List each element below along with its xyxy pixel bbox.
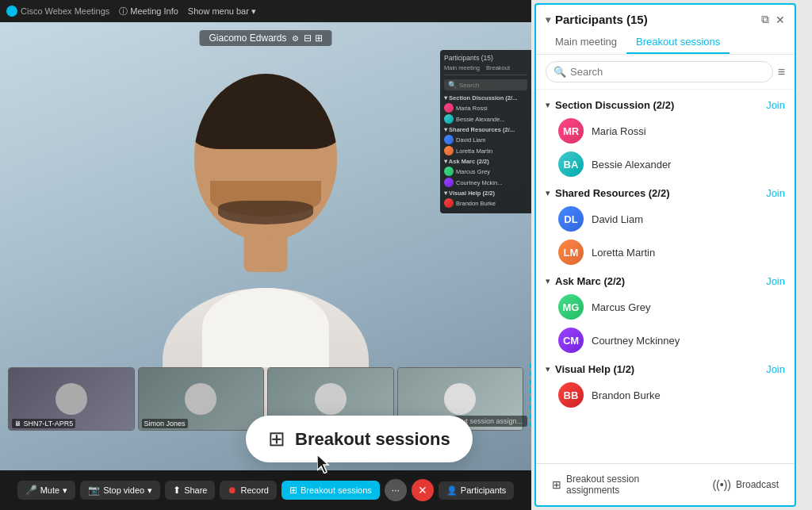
mute-button[interactable]: 🎤 Mute ▾ [17,481,75,500]
settings-icon: ⚙ [292,34,299,43]
search-input[interactable] [546,61,773,82]
panel-title-text: Participants (15) [555,13,648,26]
mini-tab-breakout[interactable]: Breakout [486,64,510,72]
panel-title: ▾ Participants (15) [546,13,648,26]
group-visual-help: ▾ Visual Help (1/2) Join [536,357,795,378]
assignments-label: Breakout session assignments [566,474,693,496]
broadcast-icon: ((•)) [712,478,731,491]
group-1-join-button[interactable]: Join [766,99,785,111]
app-logo: Cisco Webex Meetings [6,6,109,17]
participant-maria-rossi: MR Maria Rossi [536,114,795,148]
avatar-maria-rossi: MR [558,118,584,144]
record-button[interactable]: ⏺ Record [220,481,276,500]
name-bessie-alexander: Bessie Alexander [592,159,671,171]
show-menu-bar-label: Show menu bar [188,6,249,16]
mini-group-2: ▾ Shared Resources (2/... David Liam Lor… [444,126,527,155]
tab-breakout-sessions[interactable]: Breakout sessions [626,31,730,54]
more-options-button[interactable]: ··· [385,479,407,501]
stop-video-button[interactable]: 📷 Stop video ▾ [80,481,160,500]
breakout-label: Breakout sessions [301,485,372,495]
panel-tabs: Main meeting Breakout sessions [546,31,785,54]
expand-icon[interactable]: ⧉ [761,13,769,26]
group-2-join-button[interactable]: Join [766,187,785,199]
broadcast-label: Broadcast [736,479,779,490]
avatar-courtney-mckinney: CM [558,328,584,353]
breakout-tooltip-icon: ⊞ [268,427,285,451]
participant-david-liam: DL David Liam [536,202,795,236]
list-view-icon[interactable]: ≡ [778,65,785,79]
fullscreen-icon[interactable]: ⊞ [315,33,323,44]
participants-button[interactable]: 👤 Participants [439,481,514,500]
avatar-initials: MG [563,301,580,313]
record-label: Record [240,485,268,495]
mouse-cursor [317,454,333,477]
top-bar: Cisco Webex Meetings ⓘ Meeting Info Show… [0,0,531,22]
breakout-sessions-button[interactable]: ⊞ Breakout sessions [282,481,380,500]
group-4-chevron-icon[interactable]: ▾ [546,364,550,374]
panel-chevron-icon[interactable]: ▾ [546,14,550,25]
mini-group-4: ▾ Visual Help (2/2) Brandon Burke [444,190,527,208]
name-marcus-grey: Marcus Grey [592,301,650,313]
meeting-info-label: Meeting Info [130,6,178,16]
group-ask-marc: ▾ Ask Marc (2/2) Join [536,269,795,290]
participant-marcus-grey: MG Marcus Grey [536,290,795,324]
breakout-tooltip-label: Breakout sessions [295,429,450,450]
mini-participants-panel: Participants (15) Main meeting Breakout … [440,50,531,213]
participants-list: ▾ Section Discussion (2/2) Join MR Maria… [536,90,795,463]
name-courtney-mckinney: Courtney Mckinney [592,335,680,347]
mic-icon: 🎤 [25,485,37,496]
group-3-join-button[interactable]: Join [766,275,785,287]
avatar-initials: MR [563,125,579,137]
svg-marker-0 [317,454,328,474]
breakout-icon: ⊞ [289,485,297,496]
assignments-icon: ⊞ [552,478,561,491]
host-name-tag: Giacomo Edwards ⚙ ⊟ ⊞ [199,30,331,46]
info-icon: ⓘ [119,6,128,17]
mini-tab-main[interactable]: Main meeting [444,64,480,72]
meeting-info-item[interactable]: ⓘ Meeting Info [119,6,178,17]
group-4-join-button[interactable]: Join [766,363,785,375]
show-menu-bar-item[interactable]: Show menu bar ▾ [188,6,256,17]
group-2-chevron-icon[interactable]: ▾ [546,188,550,198]
group-3-chevron-icon[interactable]: ▾ [546,276,550,286]
share-button[interactable]: ⬆ Share [165,481,215,500]
avatar-brandon-burke: BB [558,382,584,408]
panel-header: ▾ Participants (15) ⧉ ✕ Main meeting Bre… [536,5,795,55]
dots-icon: ··· [392,485,400,496]
participant-brandon-burke: BB Brandon Burke [536,378,795,412]
thumb-1[interactable]: 🖥 SHN7-LT-APR5 [8,367,135,431]
share-label: Share [184,485,207,495]
thumb-2[interactable]: Simon Jones 🎤 [138,367,265,431]
stop-video-label: Stop video [103,485,144,495]
end-call-button[interactable]: ✕ [412,479,434,501]
name-david-liam: David Liam [592,213,643,225]
search-area: 🔍 ≡ [536,55,795,90]
avatar-initials: BB [564,389,579,401]
name-loretta-martin: Loretta Martin [592,247,655,259]
minimize-icon[interactable]: ⊟ [304,33,312,44]
name-maria-rossi: Maria Rossi [592,125,646,137]
close-icon[interactable]: ✕ [776,13,785,26]
video-chevron-icon: ▾ [147,485,152,496]
share-icon: ⬆ [173,485,181,496]
broadcast-button[interactable]: ((•)) Broadcast [706,475,785,494]
group-1-name: Section Discussion (2/2) [555,99,761,111]
participant-bessie-alexander: BA Bessie Alexander [536,148,795,181]
mini-panel-header: Participants (15) [444,54,527,62]
breakout-assignments-button[interactable]: ⊞ Breakout session assignments [546,470,699,499]
video-icon: 📷 [88,485,100,496]
panel-actions: ⧉ ✕ [761,13,785,26]
video-container: Giacomo Edwards ⚙ ⊟ ⊞ [0,22,531,470]
mini-search[interactable]: 🔍 Search [444,79,527,90]
name-brandon-burke: Brandon Burke [592,389,661,401]
avatar-initials: BA [564,159,579,171]
group-1-chevron-icon[interactable]: ▾ [546,100,550,110]
participant-courtney-mckinney: CM Courtney Mckinney [536,324,795,357]
record-icon: ⏺ [228,485,237,496]
mini-group-1: ▾ Section Discussion (2/... Maria Rossi … [444,94,527,124]
group-4-name: Visual Help (1/2) [555,363,761,375]
tab-main-meeting[interactable]: Main meeting [546,31,626,54]
app-title: Cisco Webex Meetings [21,6,109,16]
panel-title-row: ▾ Participants (15) ⧉ ✕ [546,13,785,26]
participants-label: Participants [461,485,506,495]
